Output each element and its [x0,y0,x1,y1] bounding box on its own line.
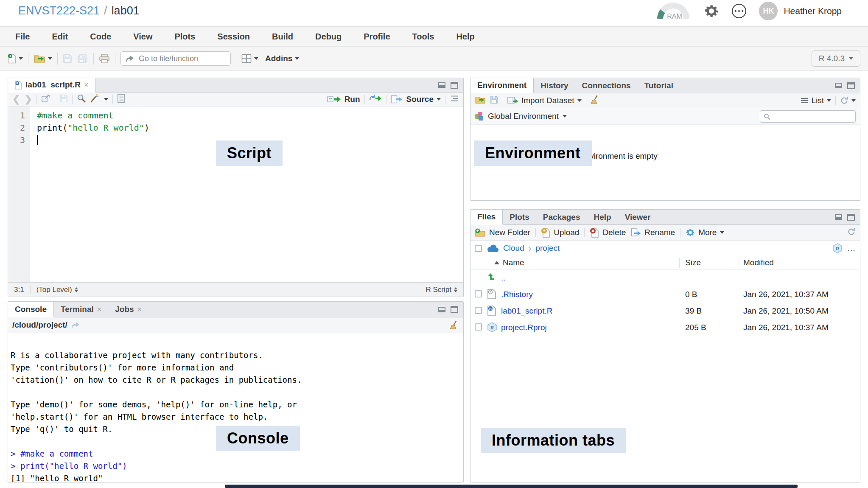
menu-item-edit[interactable]: Edit [52,32,68,42]
menu-item-debug[interactable]: Debug [315,32,342,42]
code-tools-wand-icon[interactable] [90,93,100,105]
clear-console-broom-icon[interactable] [450,320,459,330]
tab-history[interactable]: History [534,78,575,93]
maximize-pane-icon[interactable] [451,306,458,313]
refresh-button[interactable] [840,96,856,105]
file-name-link[interactable]: .Rhistory [501,290,533,299]
load-workspace-icon[interactable] [475,95,486,106]
file-row[interactable]: Rlab01_script.R39 BJan 26, 2021, 10:50 A… [470,303,860,319]
open-file-button[interactable] [34,54,52,63]
tab-jobs[interactable]: Jobs× [108,302,148,317]
file-row[interactable]: Rproject.Rproj205 BJan 26, 2021, 10:37 A… [470,319,860,336]
rerun-button[interactable] [369,95,382,104]
upload-button[interactable]: Upload [541,227,579,238]
compile-report-icon[interactable] [117,94,125,105]
environment-scope-selector[interactable]: Global Environment [488,112,567,121]
list-view-button[interactable]: List [801,96,831,105]
chevron-down-icon[interactable] [48,57,52,60]
pane-layout-button[interactable] [241,54,258,63]
document-outline-icon[interactable] [450,95,459,104]
import-dataset-button[interactable]: Import Dataset [507,96,582,105]
goto-directory-arrow-icon[interactable] [71,322,80,328]
more-button[interactable]: More [686,228,724,237]
column-header-name[interactable]: Name [494,258,524,267]
breadcrumb-cloud-link[interactable]: Cloud [503,244,524,253]
tab-help[interactable]: Help [587,210,618,224]
tab-console[interactable]: Console [8,302,54,317]
file-name-link[interactable]: lab01_script.R [501,306,552,316]
chevron-down-icon[interactable] [19,57,23,60]
minimize-pane-icon[interactable] [438,307,445,312]
rproj-indicator-icon[interactable]: R [833,243,842,253]
settings-gear-icon[interactable] [704,3,719,19]
run-button[interactable]: Run [327,95,360,104]
ram-gauge-icon[interactable]: RAM [656,2,690,20]
file-row[interactable]: .Rhistory0 BJan 26, 2021, 10:37 AM [470,286,860,303]
clear-environment-broom-icon[interactable] [591,95,600,107]
maximize-pane-icon[interactable] [847,82,855,89]
goto-file-input[interactable] [138,54,212,64]
menu-item-build[interactable]: Build [272,32,293,42]
forward-icon[interactable]: ❯ [24,95,32,104]
chevron-down-icon[interactable] [851,99,856,102]
menu-item-session[interactable]: Session [217,32,250,42]
checkbox[interactable] [475,323,482,331]
more-options-icon[interactable] [732,4,746,18]
column-header-modified[interactable]: Modified [743,258,774,267]
tab-connections[interactable]: Connections [575,78,638,93]
minimize-pane-icon[interactable] [438,82,445,88]
code-editor[interactable]: 123 #make a commentprint("hello R world"… [8,107,463,283]
refresh-button[interactable] [847,227,856,238]
tab-lab01-script[interactable]: R lab01_script.R × [8,78,95,93]
select-all-checkbox[interactable] [475,245,482,252]
save-button[interactable] [63,54,72,63]
file-row[interactable]: .. [470,269,860,286]
source-button[interactable]: Source [391,95,441,104]
console-output[interactable]: R is a collaborative project with many c… [8,346,463,482]
print-button[interactable] [99,53,110,64]
back-icon[interactable]: ❮ [12,95,20,104]
environment-search-input[interactable] [773,112,843,121]
menu-item-help[interactable]: Help [456,32,474,42]
project-link[interactable]: ENVST222-S21 [18,4,100,17]
scope-selector[interactable]: (Top Level) [36,286,78,294]
tab-environment[interactable]: Environment [470,78,534,93]
menu-item-profile[interactable]: Profile [364,32,390,42]
save-workspace-icon[interactable] [490,95,498,106]
maximize-pane-icon[interactable] [451,82,458,89]
file-name-link[interactable]: .. [501,273,506,283]
menu-item-tools[interactable]: Tools [412,32,434,42]
minimize-pane-icon[interactable] [835,214,842,220]
checkbox[interactable] [475,290,482,297]
rename-button[interactable]: Rename [631,228,675,237]
tab-files[interactable]: Files [470,210,503,225]
maximize-pane-icon[interactable] [847,214,855,221]
environment-search-box[interactable] [760,110,856,123]
menu-item-plots[interactable]: Plots [174,32,195,42]
new-folder-button[interactable]: New Folder [475,228,530,237]
find-replace-icon[interactable] [77,94,86,105]
breadcrumb-project-link[interactable]: project [535,244,560,253]
minimize-pane-icon[interactable] [835,83,842,88]
tab-packages[interactable]: Packages [536,210,587,224]
checkbox[interactable] [475,307,482,314]
avatar[interactable]: HK [759,2,778,20]
tab-tutorial[interactable]: Tutorial [638,78,680,93]
chevron-down-icon[interactable] [437,98,441,101]
close-icon[interactable]: × [137,305,142,314]
goto-file-search[interactable] [120,51,231,66]
addins-button[interactable]: Addins [263,54,299,63]
menu-item-file[interactable]: File [15,32,30,42]
save-icon[interactable] [59,94,68,105]
chevron-down-icon[interactable] [104,98,108,101]
file-type-selector[interactable]: R Script [426,286,457,294]
column-header-size[interactable]: Size [685,258,701,267]
file-name-link[interactable]: project.Rproj [501,323,547,332]
delete-button[interactable]: Delete [590,227,626,238]
path-overflow-button[interactable]: ... [847,244,856,253]
tab-terminal[interactable]: Terminal× [54,302,108,317]
code-body[interactable]: #make a commentprint("hello R world") [30,107,463,283]
new-file-button[interactable] [8,53,23,64]
r-version-button[interactable]: R 4.0.3 [812,50,860,67]
menu-item-view[interactable]: View [133,32,152,42]
